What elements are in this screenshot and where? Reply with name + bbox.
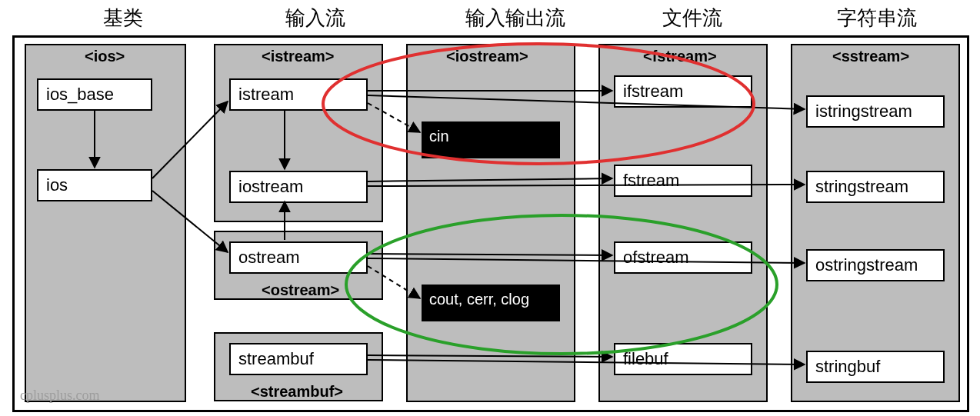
node-iostream: iostream — [229, 171, 368, 203]
diagram-canvas: 基类 输入流 输入输出流 文件流 字符串流 <ios> <istream> <o… — [0, 0, 980, 416]
node-istringstream: istringstream — [806, 95, 945, 128]
node-stringstream: stringstream — [806, 171, 945, 203]
node-cout-cerr-clog: cout, cerr, clog — [422, 285, 560, 321]
group-ios-title: <ios> — [85, 48, 125, 65]
node-ostringstream: ostringstream — [806, 249, 945, 281]
node-ios: ios — [37, 169, 152, 201]
node-istream: istream — [229, 78, 368, 111]
node-ofstream: ofstream — [614, 241, 752, 274]
column-header-base: 基类 — [77, 5, 169, 32]
node-cin: cin — [422, 121, 560, 158]
watermark: cplusplus.com — [20, 388, 100, 404]
group-iostream — [406, 44, 575, 402]
column-header-string: 字符串流 — [808, 5, 946, 32]
group-fstream-title: <fstream> — [643, 48, 717, 65]
group-iostream-title: <iostream> — [446, 48, 528, 65]
node-ios-base: ios_base — [37, 78, 152, 111]
group-ostream-title: <ostream> — [262, 281, 339, 299]
group-sstream-title: <sstream> — [832, 48, 909, 65]
group-istream-title: <istream> — [262, 48, 335, 65]
column-header-input: 输入流 — [262, 5, 369, 32]
column-header-iostream: 输入输出流 — [438, 5, 592, 32]
node-filebuf: filebuf — [614, 343, 752, 375]
node-fstream: fstream — [614, 165, 752, 197]
node-ostream: ostream — [229, 241, 368, 274]
group-streambuf-title: <streambuf> — [251, 383, 343, 401]
node-ifstream: ifstream — [614, 75, 752, 108]
node-streambuf: streambuf — [229, 343, 368, 375]
node-stringbuf: stringbuf — [806, 351, 945, 383]
column-header-file: 文件流 — [638, 5, 746, 32]
